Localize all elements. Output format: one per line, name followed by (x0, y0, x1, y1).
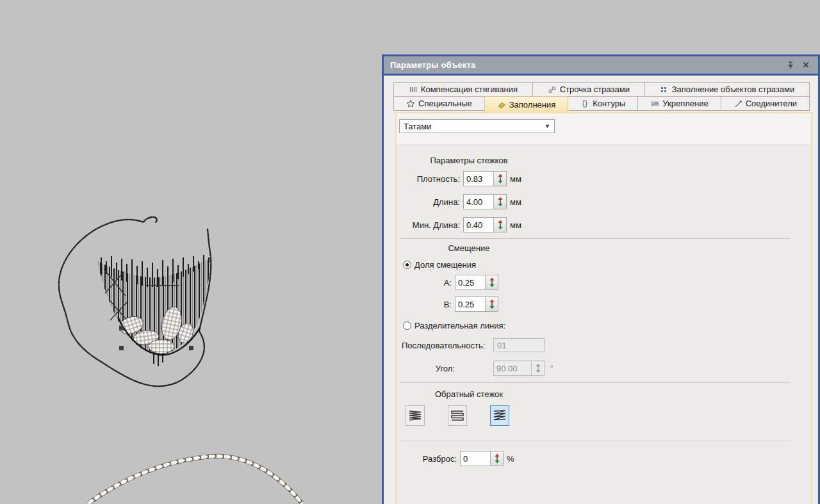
embroidery-design[interactable] (0, 0, 382, 504)
rhinestone-run-icon (548, 85, 557, 94)
outline-icon (580, 99, 589, 108)
min-length-label: Мин. Длина: (397, 220, 460, 230)
scatter-input[interactable] (461, 451, 490, 466)
scatter-row: Разброс: % (397, 451, 514, 466)
backstitch-title: Обратный стежок (397, 389, 541, 399)
offset-b-label: B: (397, 300, 452, 309)
panel-client: Компенсация стягивания Строчка стразами … (384, 76, 818, 503)
fill-icon (497, 101, 506, 110)
close-icon[interactable]: ✕ (800, 60, 812, 71)
offset-b-row: B: (397, 297, 498, 312)
density-spinner[interactable] (493, 172, 506, 186)
panel-title: Параметры объекта (390, 60, 475, 70)
connectors-icon (734, 99, 742, 108)
divider-line-radio-row[interactable]: Разделительная линия: (403, 318, 505, 333)
tab-reinforcement[interactable]: Укрепление (637, 96, 721, 111)
tab-rhinestone-run[interactable]: Строчка стразами (532, 82, 645, 97)
backstitch-square-wave-button[interactable] (448, 405, 467, 426)
separator (400, 382, 790, 383)
min-length-unit: мм (510, 220, 521, 230)
rhinestone-fill-icon (660, 85, 669, 94)
offset-fraction-radio[interactable] (403, 261, 411, 269)
tab-pull-compensation[interactable]: Компенсация стягивания (393, 82, 533, 97)
min-length-spinner[interactable] (493, 218, 506, 232)
backstitch-zigzag-flat-icon (407, 409, 423, 423)
angle-unit: ° (550, 364, 554, 373)
offset-fraction-radio-row[interactable]: Доля смещения (403, 257, 476, 272)
offset-b-spinner[interactable] (485, 297, 498, 311)
divider-line-radio[interactable] (403, 321, 411, 330)
offset-a-input[interactable] (455, 275, 485, 289)
reinforcement-icon (650, 99, 659, 108)
tab-strip: Компенсация стягивания Строчка стразами … (393, 82, 810, 111)
backstitch-zigzag-sharp-icon (492, 409, 507, 423)
fill-type-dropdown[interactable]: Татами ▼ (399, 119, 555, 133)
offset-fraction-label: Доля смещения (414, 260, 476, 270)
offset-a-field (455, 275, 498, 290)
offset-title: Смещение (397, 243, 541, 253)
offset-b-field (455, 297, 498, 312)
min-length-field (463, 217, 507, 232)
length-input[interactable] (464, 195, 493, 209)
scatter-label: Разброс: (397, 454, 457, 464)
length-field (463, 194, 507, 209)
star-icon (406, 99, 415, 108)
angle-row: Угол: ° (397, 361, 455, 376)
scatter-unit: % (507, 454, 514, 464)
tab-connectors[interactable]: Соединители (721, 96, 810, 111)
sequence-input (493, 338, 545, 352)
length-unit: мм (510, 197, 521, 207)
density-field (463, 171, 507, 186)
angle-spinner (531, 361, 544, 375)
tab-row-2: Специальные Заполнения Контуры (393, 96, 810, 111)
length-label: Длина: (397, 197, 460, 207)
angle-input (494, 361, 531, 375)
sequence-row: Последовательность: (402, 337, 485, 353)
min-length-row: Мин. Длина: мм (397, 217, 521, 232)
braid-stitch-arc[interactable] (88, 456, 302, 504)
tab-fills[interactable]: Заполнения (484, 96, 569, 113)
sequence-label: Последовательность: (402, 341, 485, 350)
separator (400, 441, 790, 441)
angle-field (493, 361, 545, 376)
offset-a-label: A: (397, 278, 452, 288)
tab-outlines[interactable]: Контуры (568, 96, 638, 111)
panel-titlebar[interactable]: Параметры объекта ✕ (384, 56, 818, 76)
offset-b-input[interactable] (455, 297, 485, 311)
density-label: Плотность: (397, 174, 460, 184)
tab-row-1: Компенсация стягивания Строчка стразами … (393, 82, 810, 97)
density-row: Плотность: мм (397, 171, 521, 186)
scatter-spinner[interactable] (490, 451, 503, 466)
pull-compensation-icon (409, 85, 418, 94)
separator (400, 238, 790, 239)
backstitch-zigzag-flat-button[interactable] (406, 405, 425, 426)
density-unit: мм (510, 174, 521, 184)
tab-special[interactable]: Специальные (393, 96, 485, 111)
pin-icon[interactable] (785, 60, 796, 71)
object-parameters-panel: Параметры объекта ✕ Компенсация стягиван… (382, 54, 820, 504)
offset-a-row: A: (397, 275, 498, 290)
offset-a-spinner[interactable] (485, 275, 498, 289)
stitch-params-title: Параметры стежков (397, 156, 541, 165)
tab-rhinestone-fill[interactable]: Заполнение объектов стразами (644, 82, 810, 97)
density-input[interactable] (464, 172, 493, 186)
length-row: Длина: мм (397, 194, 521, 209)
length-spinner[interactable] (493, 195, 506, 209)
fills-tab-page: Татами ▼ Параметры стежков Плотность: мм (395, 112, 812, 504)
scatter-field (460, 451, 504, 466)
chevron-down-icon: ▼ (545, 123, 550, 129)
min-length-input[interactable] (464, 218, 493, 232)
divider-line-label: Разделительная линия: (414, 321, 505, 330)
backstitch-zigzag-sharp-button[interactable] (490, 405, 509, 426)
fill-type-value: Татами (404, 122, 432, 131)
angle-label: Угол: (397, 364, 455, 373)
backstitch-square-wave-icon (450, 409, 465, 423)
